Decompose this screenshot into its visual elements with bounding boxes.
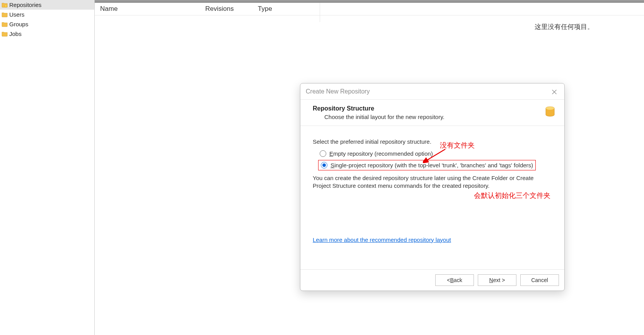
dialog-header-title: Repository Structure bbox=[313, 105, 544, 112]
back-button[interactable]: < Back bbox=[435, 274, 474, 286]
tree-item-label: Jobs bbox=[9, 31, 22, 37]
dialog-header-subtitle: Choose the initial layout for the new re… bbox=[313, 114, 544, 120]
dialog-note-text: You can create the desired repository st… bbox=[313, 174, 552, 190]
column-header-type[interactable]: Type bbox=[252, 5, 644, 13]
create-repository-dialog: Create New Repository Repository Structu… bbox=[300, 83, 565, 291]
close-icon bbox=[552, 89, 557, 95]
column-headers: Name Revisions Type bbox=[95, 3, 644, 15]
radio-label: Single-project repository (with the top-… bbox=[331, 162, 533, 168]
cancel-button[interactable]: Cancel bbox=[520, 274, 559, 286]
folder-icon bbox=[2, 12, 8, 18]
folder-icon bbox=[2, 21, 8, 27]
db-folder-icon bbox=[2, 2, 8, 8]
column-header-revisions[interactable]: Revisions bbox=[200, 5, 252, 13]
dialog-footer: < Back Next > Cancel bbox=[300, 269, 564, 291]
dialog-intro-text: Select the preferred initial repository … bbox=[313, 138, 552, 145]
empty-list-text: 这里没有任何项目。 bbox=[535, 22, 594, 31]
main-titlebar bbox=[95, 0, 644, 3]
database-icon bbox=[544, 106, 556, 117]
tree-item-label: Users bbox=[9, 11, 24, 18]
radio-selected-icon bbox=[321, 162, 327, 168]
tree-item-groups[interactable]: Groups bbox=[0, 19, 94, 29]
dialog-title: Create New Repository bbox=[306, 88, 370, 95]
dialog-titlebar[interactable]: Create New Repository bbox=[300, 83, 564, 100]
folder-icon bbox=[2, 31, 8, 37]
close-button[interactable] bbox=[549, 87, 560, 97]
radio-empty-repository[interactable]: Empty repository (recommended option) bbox=[313, 149, 552, 158]
annotation-highlight-box: Single-project repository (with the top-… bbox=[318, 160, 536, 170]
tree-item-jobs[interactable]: Jobs bbox=[0, 29, 94, 39]
dialog-body: Select the preferred initial repository … bbox=[300, 126, 564, 269]
svg-point-2 bbox=[546, 107, 554, 110]
tree-item-label: Repositories bbox=[9, 2, 41, 8]
sidebar: Repositories Users Groups Jobs bbox=[0, 0, 95, 335]
tree-item-repositories[interactable]: Repositories bbox=[0, 0, 94, 10]
dialog-header: Repository Structure Choose the initial … bbox=[300, 100, 564, 126]
next-button[interactable]: Next > bbox=[478, 274, 516, 286]
radio-label: Empty repository (recommended option) bbox=[329, 150, 433, 157]
tree-item-users[interactable]: Users bbox=[0, 10, 94, 19]
tree-item-label: Groups bbox=[9, 21, 28, 27]
radio-icon bbox=[320, 150, 326, 157]
column-divider bbox=[320, 3, 320, 22]
column-header-name[interactable]: Name bbox=[95, 5, 200, 13]
learn-more-link[interactable]: Learn more about the recommended reposit… bbox=[313, 236, 451, 243]
radio-single-project[interactable]: Single-project repository (with the top-… bbox=[321, 162, 533, 168]
